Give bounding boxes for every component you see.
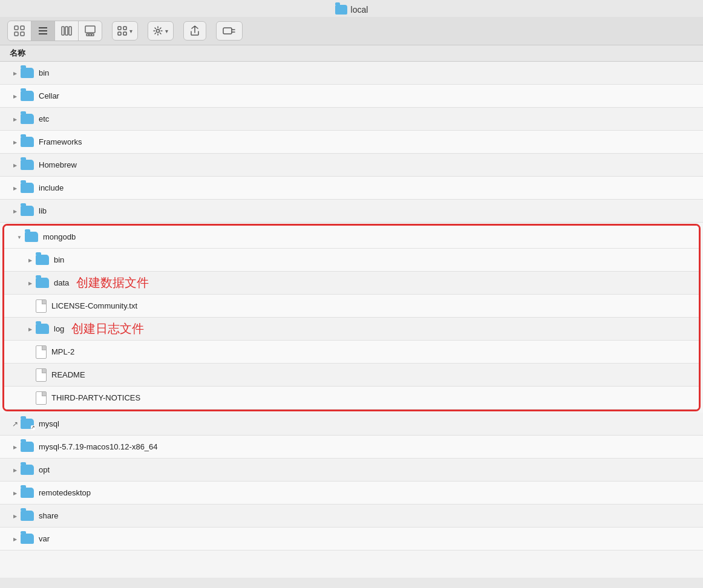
svg-rect-0 [15, 26, 18, 30]
file-doc-icon [36, 391, 47, 405]
tag-button[interactable] [216, 21, 243, 41]
settings-dropdown[interactable]: ▾ [148, 21, 174, 41]
list-item[interactable]: README [4, 364, 699, 387]
svg-rect-15 [123, 27, 126, 30]
folder-icon [21, 442, 34, 452]
folder-icon [21, 534, 34, 544]
file-name: Frameworks [39, 137, 82, 146]
expand-btn-bin[interactable] [10, 68, 21, 79]
list-item[interactable]: mysql-5.7.19-macos10.12-x86_64 [0, 436, 703, 459]
file-name: var [39, 534, 50, 543]
expand-btn-mongodb-bin[interactable] [25, 255, 36, 266]
file-doc-icon [36, 299, 47, 313]
annotation-log: 创建日志文件 [71, 321, 144, 337]
file-name: MPL-2 [51, 347, 74, 356]
list-item[interactable]: mongodb [4, 226, 699, 249]
file-name: remotedesktop [39, 488, 91, 497]
expand-btn-mongodb-log[interactable] [25, 324, 36, 335]
svg-rect-19 [223, 28, 232, 34]
file-name: opt [39, 465, 50, 474]
svg-rect-2 [15, 32, 18, 36]
expand-btn-mongodb[interactable] [14, 232, 25, 243]
title-bar: local [0, 0, 703, 17]
view-gallery-btn[interactable] [79, 21, 102, 41]
file-name: mysql-5.7.19-macos10.12-x86_64 [39, 442, 158, 451]
list-item[interactable]: data 创建数据文件 [4, 272, 699, 295]
expand-btn-cellar[interactable] [10, 91, 21, 102]
list-item[interactable]: ↗ mysql [0, 413, 703, 436]
file-name: lib [39, 206, 47, 215]
svg-rect-13 [91, 34, 94, 36]
svg-rect-9 [69, 27, 71, 35]
list-item[interactable]: include [0, 177, 703, 200]
folder-icon [21, 114, 34, 124]
list-item[interactable]: Frameworks [0, 131, 703, 154]
svg-point-18 [157, 30, 160, 33]
svg-rect-3 [21, 32, 24, 36]
folder-icon [36, 255, 49, 265]
list-item[interactable]: MPL-2 [4, 341, 699, 364]
folder-icon [25, 232, 38, 242]
svg-rect-1 [21, 26, 24, 30]
file-name: THIRD-PARTY-NOTICES [51, 393, 140, 402]
svg-rect-7 [62, 27, 64, 35]
list-item[interactable]: Homebrew [0, 154, 703, 177]
list-item[interactable]: lib [0, 200, 703, 223]
expand-btn-include[interactable] [10, 183, 21, 194]
list-item[interactable]: log 创建日志文件 [4, 318, 699, 341]
file-name: README [51, 370, 85, 379]
folder-icon [21, 68, 34, 78]
svg-rect-17 [123, 32, 126, 35]
group-dropdown[interactable]: ▾ [112, 21, 138, 41]
folder-icon [36, 324, 49, 334]
view-toggle-group [7, 21, 102, 41]
expand-btn-opt[interactable] [10, 465, 21, 475]
svg-rect-8 [65, 27, 68, 35]
list-item[interactable]: THIRD-PARTY-NOTICES [4, 387, 699, 410]
list-item[interactable]: opt [0, 459, 703, 482]
list-item[interactable]: Cellar [0, 85, 703, 108]
expand-btn-lib[interactable] [10, 206, 21, 217]
file-name: data [54, 278, 69, 287]
folder-icon [21, 137, 34, 147]
list-item[interactable]: var [0, 528, 703, 550]
file-name: LICENSE-Community.txt [51, 301, 137, 310]
expand-btn-remotedesktop[interactable] [10, 488, 21, 498]
expand-btn-etc[interactable] [10, 114, 21, 125]
folder-icon [21, 91, 34, 101]
expand-btn-mongodb-data[interactable] [25, 278, 36, 289]
file-name: bin [39, 68, 49, 77]
view-columns-btn[interactable] [55, 21, 79, 41]
folder-icon [21, 465, 34, 475]
title-folder-icon [335, 5, 347, 15]
file-area: 名称 bin Cellar etc Frameworks Homebrew in… [0, 45, 703, 578]
list-item[interactable]: remotedesktop [0, 482, 703, 505]
file-name: log [54, 324, 64, 333]
toolbar: ▾ ▾ [0, 17, 703, 45]
annotation-data: 创建数据文件 [76, 275, 149, 291]
expand-btn-homebrew[interactable] [10, 160, 21, 171]
file-name: include [39, 183, 64, 192]
file-name: share [39, 511, 59, 520]
file-name: bin [54, 255, 64, 264]
column-header: 名称 [0, 45, 703, 62]
expand-btn-mysql57[interactable] [10, 442, 21, 452]
expand-btn-var[interactable] [10, 534, 21, 544]
list-item[interactable]: LICENSE-Community.txt [4, 295, 699, 318]
expand-btn-mysql[interactable]: ↗ [10, 419, 21, 430]
list-item[interactable]: etc [0, 108, 703, 131]
svg-rect-14 [118, 27, 121, 30]
list-item[interactable]: bin [0, 62, 703, 85]
file-name: Cellar [39, 91, 59, 100]
file-name: mysql [39, 419, 59, 428]
share-button[interactable] [183, 21, 206, 41]
svg-rect-16 [118, 32, 121, 35]
expand-btn-frameworks[interactable] [10, 137, 21, 148]
list-item[interactable]: bin [4, 249, 699, 272]
folder-icon [21, 183, 34, 193]
list-item[interactable]: share [0, 505, 703, 528]
expand-btn-share[interactable] [10, 511, 21, 521]
view-grid-btn[interactable] [8, 21, 31, 41]
file-name: Homebrew [39, 160, 77, 169]
view-list-btn[interactable] [31, 21, 55, 41]
